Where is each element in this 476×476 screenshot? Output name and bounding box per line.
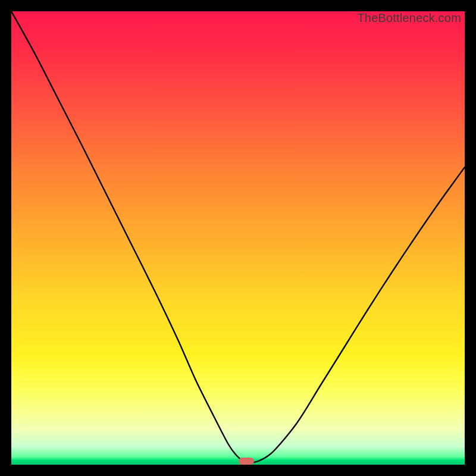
plot-area: TheBottleneck.com xyxy=(11,11,465,465)
optimum-marker xyxy=(239,458,254,465)
chart-frame: TheBottleneck.com xyxy=(0,0,476,476)
watermark-text: TheBottleneck.com xyxy=(357,11,461,25)
bottleneck-curve xyxy=(11,11,465,465)
